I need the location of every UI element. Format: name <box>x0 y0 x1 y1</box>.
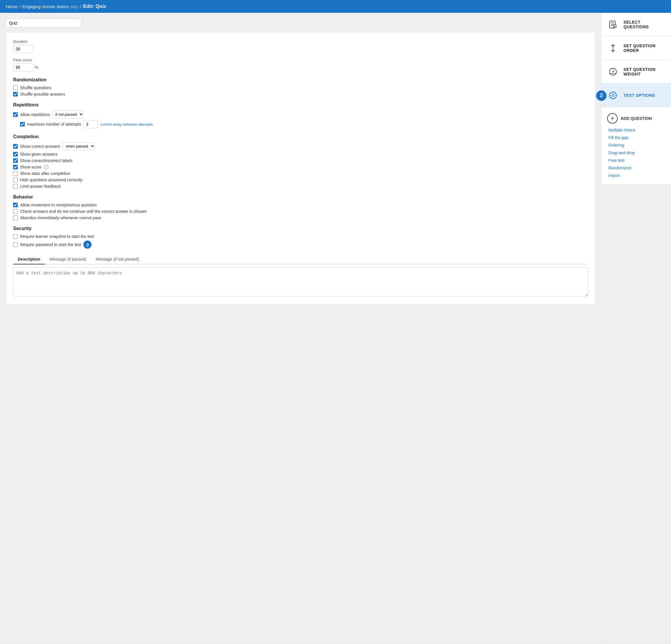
select-questions-icon <box>607 18 619 30</box>
description-textarea[interactable] <box>13 267 588 296</box>
show-score-checkbox[interactable] <box>13 165 18 169</box>
test-options-label: TEST OPTIONS <box>623 93 655 98</box>
pass-score-group: Pass score % <box>13 58 588 72</box>
show-correct-answers-row: Show correct answers when passed always … <box>13 142 588 150</box>
hide-correct-checkbox[interactable] <box>13 178 18 182</box>
control-delay-link[interactable]: control delay between attempts <box>100 122 153 127</box>
max-attempts-row: maximum number of attempts control delay… <box>20 120 588 128</box>
repetitions-condition-dropdown[interactable]: if not passed always never <box>52 111 84 118</box>
show-score-info-icon[interactable]: i <box>44 165 48 169</box>
breadcrumb-sep1: / <box>19 4 21 9</box>
svg-point-12 <box>612 71 613 72</box>
add-randomized-link[interactable]: Randomized <box>608 165 665 171</box>
shuffle-answers-label: Shuffle possible answers <box>20 92 65 97</box>
max-attempts-input[interactable] <box>84 120 98 128</box>
pass-score-input[interactable] <box>13 63 34 72</box>
add-question-title: + ADD QUESTION <box>607 113 665 124</box>
abandon-label: Abandon immediately whenever cannot pass <box>20 215 101 220</box>
duration-group: Duration <box>13 39 588 53</box>
duration-label: Duration <box>13 39 588 44</box>
home-link[interactable]: Home <box>6 4 17 9</box>
show-labels-row: Show correct/incorrect labels <box>13 158 588 163</box>
add-multiple-choice-link[interactable]: Multiple choice <box>608 127 665 133</box>
footer: Save and view ▾ or cancel 🖨 Print Deacti… <box>0 643 671 644</box>
course-link[interactable]: Engaging remote teams (A01) <box>22 4 78 9</box>
allow-movement-row: Allow movement to next/previous question <box>13 203 588 207</box>
tab-message-passed[interactable]: Message (if passed) <box>45 254 91 264</box>
show-score-label: Show score <box>20 165 41 169</box>
quiz-name-input[interactable] <box>6 18 81 27</box>
add-import-link[interactable]: Import <box>608 173 665 178</box>
svg-point-14 <box>612 94 614 97</box>
limit-feedback-row: Limit answer feedback <box>13 184 588 189</box>
page-header: Home / Engaging remote teams (A01) / Edi… <box>0 0 671 13</box>
require-snapshot-checkbox[interactable] <box>13 234 18 239</box>
allow-repetitions-label: Allow repetitions <box>20 112 50 117</box>
limit-feedback-checkbox[interactable] <box>13 184 18 189</box>
check-answers-checkbox[interactable] <box>13 209 18 214</box>
shuffle-questions-row: Shuffle questions <box>13 85 588 90</box>
show-stats-checkbox[interactable] <box>13 171 18 176</box>
repetitions-title: Repetitions <box>13 102 588 108</box>
form-card: Duration Pass score % Randomization Shuf… <box>6 32 595 305</box>
allow-repetitions-checkbox[interactable] <box>13 112 18 117</box>
check-answers-row: Check answers and do not continue until … <box>13 209 588 214</box>
behavior-title: Behavior <box>13 194 588 200</box>
randomization-title: Randomization <box>13 77 588 83</box>
right-sidebar: SELECT QUESTIONS SET QUESTION ORDER <box>601 13 671 643</box>
hide-correct-row: Hide questions answered correctly <box>13 178 588 182</box>
step-bubble-3: 3 <box>84 241 91 249</box>
sidebar-item-set-question-order[interactable]: SET QUESTION ORDER <box>602 36 671 60</box>
page-title: Edit: Quiz <box>83 3 106 9</box>
shuffle-answers-checkbox[interactable] <box>13 92 18 97</box>
require-snapshot-row: Require learner snapshot to start the te… <box>13 234 588 239</box>
tab-description[interactable]: Description <box>13 254 45 264</box>
tab-message-not-passed[interactable]: Message (if not passed) <box>91 254 144 264</box>
abandon-checkbox[interactable] <box>13 215 18 220</box>
show-given-answers-label: Show given answers <box>20 152 58 156</box>
set-question-order-icon <box>607 42 619 54</box>
svg-line-21 <box>615 93 616 94</box>
hide-correct-label: Hide questions answered correctly <box>20 178 83 182</box>
show-correct-answers-checkbox[interactable] <box>13 144 18 149</box>
add-free-text-link[interactable]: Free text <box>608 157 665 163</box>
shuffle-questions-checkbox[interactable] <box>13 85 18 90</box>
quiz-name-section <box>6 18 595 27</box>
allow-repetitions-row: Allow repetitions if not passed always n… <box>13 111 588 118</box>
add-ordering-link[interactable]: Ordering <box>608 142 665 148</box>
set-question-weight-icon <box>607 66 619 78</box>
add-drag-and-drop-link[interactable]: Drag-and-drop <box>608 150 665 156</box>
sidebar-item-test-options[interactable]: TEST OPTIONS <box>602 84 671 107</box>
show-correct-when-dropdown[interactable]: when passed always never <box>63 142 95 150</box>
svg-line-19 <box>611 93 611 94</box>
breadcrumb-sep2: / <box>80 4 81 9</box>
duration-input[interactable] <box>13 45 34 53</box>
svg-line-22 <box>611 97 611 98</box>
show-given-answers-checkbox[interactable] <box>13 152 18 156</box>
percent-symbol: % <box>35 65 38 70</box>
completion-title: Completion <box>13 134 588 139</box>
show-labels-checkbox[interactable] <box>13 158 18 163</box>
add-fill-the-gap-link[interactable]: Fill the gap <box>608 135 665 140</box>
allow-movement-checkbox[interactable] <box>13 203 18 207</box>
add-question-section: + ADD QUESTION Multiple choice Fill the … <box>602 107 671 184</box>
sidebar-item-select-questions[interactable]: SELECT QUESTIONS <box>602 13 671 36</box>
shuffle-answers-row: Shuffle possible answers <box>13 92 588 97</box>
allow-movement-label: Allow movement to next/previous question <box>20 203 97 207</box>
sidebar-item-set-question-weight[interactable]: SET QUESTION WEIGHT <box>602 60 671 84</box>
set-question-weight-label: SET QUESTION WEIGHT <box>623 67 665 76</box>
show-stats-label: Show stats after completion <box>20 171 70 176</box>
max-attempts-checkbox[interactable] <box>20 122 25 127</box>
security-title: Security <box>13 226 588 231</box>
require-snapshot-label: Require learner snapshot to start the te… <box>20 234 94 239</box>
tabs-container: Description Message (if passed) Message … <box>13 254 588 264</box>
require-password-checkbox[interactable] <box>13 242 18 247</box>
set-question-order-label: SET QUESTION ORDER <box>623 43 665 53</box>
abandon-row: Abandon immediately whenever cannot pass <box>13 215 588 220</box>
left-panel: Duration Pass score % Randomization Shuf… <box>0 13 601 643</box>
step-bubble-2: 2 <box>596 90 607 101</box>
require-password-label: Require password to start the test <box>20 242 81 247</box>
select-questions-label: SELECT QUESTIONS <box>623 20 665 29</box>
show-labels-label: Show correct/incorrect labels <box>20 158 73 163</box>
max-attempts-label: maximum number of attempts <box>27 122 81 127</box>
